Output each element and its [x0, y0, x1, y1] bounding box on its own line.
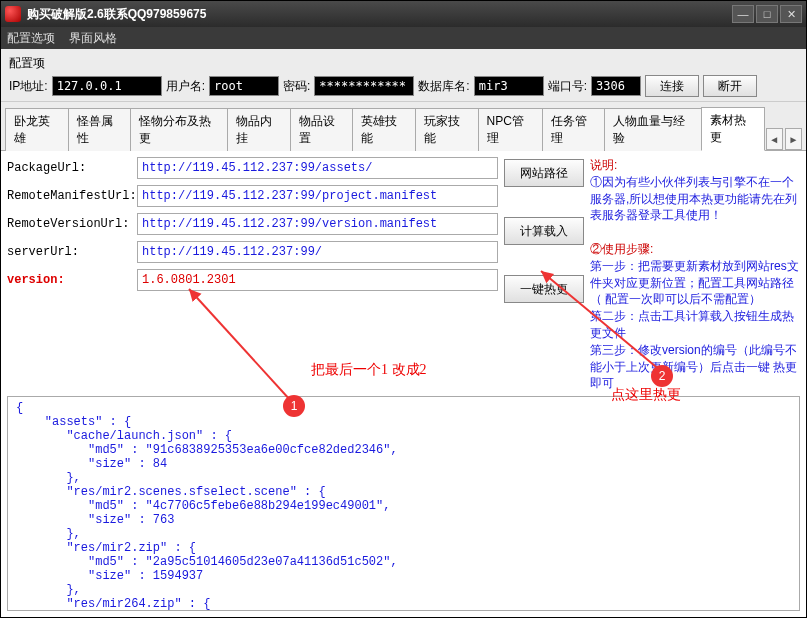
help-step1: 第一步：把需要更新素材放到网站res文件夹对应更新位置；配置工具网站路径（ 配置… [590, 259, 799, 307]
user-input[interactable] [209, 76, 279, 96]
tab-player-skill[interactable]: 玩家技能 [415, 108, 479, 151]
maximize-button[interactable]: □ [756, 5, 778, 23]
db-label: 数据库名: [418, 78, 469, 95]
remoteversion-input[interactable] [137, 213, 498, 235]
calc-load-button[interactable]: 计算载入 [504, 217, 584, 245]
help-step2: 第二步：点击工具计算载入按钮生成热更文件 [590, 309, 794, 340]
pwd-input[interactable] [314, 76, 414, 96]
tab-wolong[interactable]: 卧龙英雄 [5, 108, 69, 151]
site-path-button[interactable]: 网站路径 [504, 159, 584, 187]
help-intro: ①因为有些小伙伴列表与引擎不在一个服务器,所以想使用本热更功能请先在列表服务器登… [590, 175, 797, 223]
json-output[interactable]: { "assets" : { "cache/launch.json" : { "… [7, 396, 800, 611]
tab-asset-hotupdate[interactable]: 素材热更 [701, 107, 765, 151]
window-title: 购买破解版2.6联系QQ979859675 [27, 6, 732, 23]
annotation-bubble-1: 1 [283, 395, 305, 417]
annotation-text-1: 把最后一个1 改成2 [311, 361, 427, 379]
tab-item-internal[interactable]: 物品内挂 [227, 108, 291, 151]
serverurl-label: serverUrl: [7, 245, 137, 259]
version-input[interactable] [137, 269, 498, 291]
minimize-button[interactable]: — [732, 5, 754, 23]
tab-bar: 卧龙英雄 怪兽属性 怪物分布及热更 物品内挂 物品设置 英雄技能 玩家技能 NP… [1, 102, 806, 151]
annotation-text-2: 点这里热更 [611, 386, 681, 404]
tab-item-config[interactable]: 物品设置 [290, 108, 354, 151]
port-input[interactable] [591, 76, 641, 96]
config-toolbar: 配置项 IP地址: 用户名: 密码: 数据库名: 端口号: 连接 断开 [1, 49, 806, 102]
port-label: 端口号: [548, 78, 587, 95]
tab-monster-attr[interactable]: 怪兽属性 [68, 108, 132, 151]
config-section-label: 配置项 [9, 55, 798, 72]
titlebar: 购买破解版2.6联系QQ979859675 — □ ✕ [1, 1, 806, 27]
tab-scroll-right[interactable]: ► [785, 128, 802, 150]
ip-label: IP地址: [9, 78, 48, 95]
tab-hero-skill[interactable]: 英雄技能 [352, 108, 416, 151]
user-label: 用户名: [166, 78, 205, 95]
packageurl-label: PackageUrl: [7, 161, 137, 175]
ip-input[interactable] [52, 76, 162, 96]
help-intro-hdr: 说明: [590, 158, 617, 172]
menu-config[interactable]: 配置选项 [7, 30, 55, 47]
remotemanifest-input[interactable] [137, 185, 498, 207]
tab-hp-exp[interactable]: 人物血量与经验 [604, 108, 702, 151]
disconnect-button[interactable]: 断开 [703, 75, 757, 97]
pwd-label: 密码: [283, 78, 310, 95]
db-input[interactable] [474, 76, 544, 96]
tab-monster-dist[interactable]: 怪物分布及热更 [130, 108, 228, 151]
annotation-bubble-2: 2 [651, 365, 673, 387]
help-step3: 第三步：修改version的编号（此编号不能小于上次更新编号）后点击一键 热更即… [590, 343, 797, 391]
close-button[interactable]: ✕ [780, 5, 802, 23]
version-label: version: [7, 273, 137, 287]
help-panel: 说明: ①因为有些小伙伴列表与引擎不在一个服务器,所以想使用本热更功能请先在列表… [590, 157, 800, 392]
menu-style[interactable]: 界面风格 [69, 30, 117, 47]
app-icon [5, 6, 21, 22]
remotemanifest-label: RemoteManifestUrl: [7, 189, 137, 203]
help-steps-hdr: ②使用步骤: [590, 242, 653, 256]
tab-task[interactable]: 任务管理 [542, 108, 606, 151]
serverurl-input[interactable] [137, 241, 498, 263]
packageurl-input[interactable] [137, 157, 498, 179]
tab-scroll-left[interactable]: ◄ [766, 128, 783, 150]
menubar: 配置选项 界面风格 [1, 27, 806, 49]
tab-npc[interactable]: NPC管理 [478, 108, 543, 151]
hotupdate-button[interactable]: 一键热更 [504, 275, 584, 303]
connect-button[interactable]: 连接 [645, 75, 699, 97]
content-panel: PackageUrl: RemoteManifestUrl: RemoteVer… [1, 151, 806, 617]
remoteversion-label: RemoteVersionUrl: [7, 217, 137, 231]
